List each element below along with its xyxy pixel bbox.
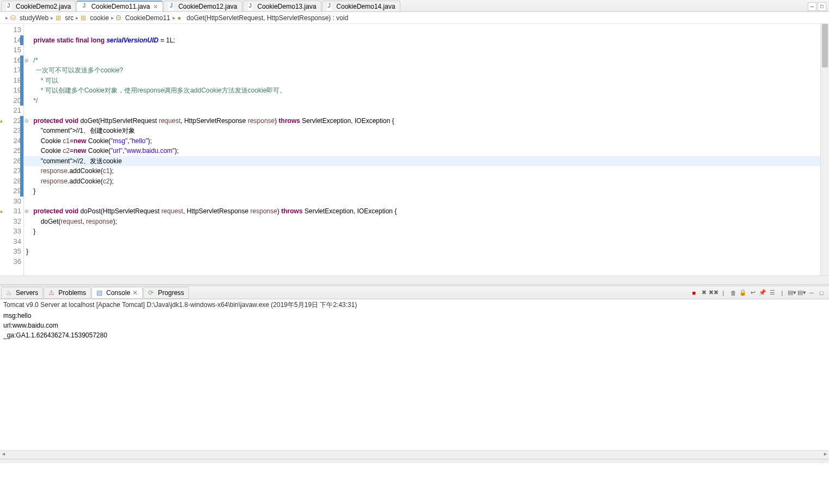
code-line[interactable] bbox=[24, 196, 820, 207]
line-number[interactable]: 20 bbox=[0, 96, 23, 106]
scrollbar-thumb[interactable] bbox=[822, 24, 828, 67]
new-console-button[interactable]: ▤▾ bbox=[797, 288, 806, 297]
code-line[interactable] bbox=[24, 237, 820, 247]
remove-launch-button[interactable]: ✖ bbox=[699, 288, 708, 297]
editor-tab-bar: CookieDemo2.java CookieDemo11.java ✕ Coo… bbox=[0, 0, 829, 12]
line-number[interactable]: 30 bbox=[0, 196, 23, 207]
fold-icon[interactable]: ⊖ bbox=[25, 206, 29, 217]
maximize-editor-button[interactable]: □ bbox=[818, 2, 826, 11]
maximize-view-button[interactable]: □ bbox=[817, 288, 826, 297]
code-line[interactable]: Cookie c1=new Cookie("msg","hello"); bbox=[24, 136, 820, 146]
resize-grip-icon[interactable]: ⋰ bbox=[821, 459, 828, 463]
code-line[interactable] bbox=[24, 45, 820, 56]
breadcrumb-package[interactable]: ⊞ cookie bbox=[81, 14, 109, 22]
code-line[interactable]: Cookie c2=new Cookie("url","www.baidu.co… bbox=[24, 146, 820, 156]
close-icon[interactable]: ✕ bbox=[153, 3, 158, 10]
code-line[interactable]: "comment">//2、发送cookie bbox=[24, 156, 820, 167]
source-folder-icon: ⊞ bbox=[56, 14, 63, 22]
breadcrumb-method[interactable]: ● doGet(HttpServletRequest, HttpServletR… bbox=[178, 14, 349, 22]
breadcrumb-source[interactable]: ⊞ src bbox=[56, 14, 74, 22]
tab-cookiedemo11[interactable]: CookieDemo11.java ✕ bbox=[76, 1, 163, 11]
line-number[interactable]: 28 bbox=[0, 176, 23, 187]
separator-icon: | bbox=[778, 288, 787, 297]
line-number[interactable]: 22⊖ bbox=[0, 116, 23, 126]
code-line[interactable] bbox=[24, 257, 820, 267]
line-number[interactable]: 19 bbox=[0, 85, 23, 96]
tab-cookiedemo12[interactable]: CookieDemo12.java bbox=[163, 1, 242, 11]
line-number[interactable]: 23 bbox=[0, 126, 23, 136]
separator-icon: | bbox=[719, 288, 728, 297]
close-icon[interactable]: ✕ bbox=[132, 289, 138, 297]
tab-console[interactable]: ▤ Console ✕ bbox=[92, 287, 143, 299]
remove-all-button[interactable]: ✖✖ bbox=[709, 288, 718, 297]
line-number[interactable]: 14 bbox=[0, 35, 23, 46]
tab-servers[interactable]: ♨ Servers bbox=[1, 287, 43, 299]
pin-button[interactable]: 📌 bbox=[758, 288, 767, 297]
code-line[interactable]: protected void doGet(HttpServletRequest … bbox=[24, 116, 820, 126]
tab-problems[interactable]: ⚠ Problems bbox=[44, 287, 91, 299]
line-number[interactable]: 31⊖ bbox=[0, 206, 23, 217]
console-line: _ga:GA1.1.626436274.1539057280 bbox=[3, 330, 826, 340]
code-line[interactable]: /* bbox=[24, 56, 820, 66]
line-number[interactable]: 15 bbox=[0, 45, 23, 56]
open-console-button[interactable]: ▤▾ bbox=[788, 288, 796, 297]
line-number[interactable]: 36 bbox=[0, 257, 23, 267]
scroll-lock-button[interactable]: 🔒 bbox=[739, 288, 747, 297]
line-number[interactable]: 35 bbox=[0, 247, 23, 257]
line-number[interactable]: 16⊖ bbox=[0, 56, 23, 66]
code-line[interactable]: * 可以 bbox=[24, 76, 820, 86]
line-number-gutter[interactable]: 13141516⊖171819202122⊖232425262728293031… bbox=[0, 24, 24, 275]
line-number[interactable]: 32 bbox=[0, 217, 23, 227]
code-line[interactable] bbox=[24, 106, 820, 116]
code-line[interactable]: doGet(request, response); bbox=[24, 217, 820, 227]
code-line[interactable]: "comment">//1、创建cookie对象 bbox=[24, 126, 820, 136]
console-horizontal-scrollbar[interactable] bbox=[0, 450, 829, 459]
code-line[interactable]: * 可以创建多个Cookie对象，使用response调用多次addCookie… bbox=[24, 85, 820, 96]
console-output[interactable]: msg:hellourl:www.baidu.com_ga:GA1.1.6264… bbox=[0, 311, 829, 450]
tab-progress[interactable]: ⟳ Progress bbox=[143, 287, 189, 299]
line-number[interactable]: 25 bbox=[0, 146, 23, 156]
code-line[interactable]: 一次可不可以发送多个cookie? bbox=[24, 65, 820, 76]
console-line: url:www.baidu.com bbox=[3, 321, 826, 330]
line-number[interactable]: 33 bbox=[0, 226, 23, 237]
vertical-scrollbar[interactable] bbox=[820, 24, 829, 275]
fold-icon[interactable]: ⊖ bbox=[25, 116, 29, 126]
horizontal-scrollbar[interactable] bbox=[0, 275, 829, 284]
fold-icon[interactable]: ⊖ bbox=[25, 56, 29, 66]
line-number[interactable]: 13 bbox=[0, 25, 23, 35]
breadcrumb-project[interactable]: ⛁ studyWeb bbox=[10, 14, 48, 22]
line-number[interactable]: 26 bbox=[0, 156, 23, 167]
word-wrap-button[interactable]: ↩ bbox=[748, 288, 757, 297]
code-line[interactable]: response.addCookie(c2); bbox=[24, 176, 820, 187]
line-number[interactable]: 18 bbox=[0, 76, 23, 86]
line-number[interactable]: 24 bbox=[0, 136, 23, 146]
project-icon: ⛁ bbox=[10, 14, 18, 22]
code-line[interactable] bbox=[24, 25, 820, 35]
clear-button[interactable]: 🗑 bbox=[729, 288, 737, 297]
tab-label: CookieDemo13.java bbox=[258, 3, 316, 10]
code-line[interactable]: } bbox=[24, 186, 820, 196]
display-selected-button[interactable]: ☰ bbox=[768, 288, 777, 297]
servers-icon: ♨ bbox=[6, 289, 14, 297]
breadcrumb-class[interactable]: Θ CookieDemo11 bbox=[116, 14, 170, 22]
code-line[interactable]: response.addCookie(c1); bbox=[24, 166, 820, 176]
code-line[interactable]: private static final long serialVersionU… bbox=[24, 35, 820, 46]
tab-cookiedemo2[interactable]: CookieDemo2.java bbox=[1, 1, 76, 11]
minimize-editor-button[interactable]: ─ bbox=[808, 2, 816, 11]
tab-label: CookieDemo11.java bbox=[91, 3, 150, 10]
code-line[interactable]: } bbox=[24, 226, 820, 237]
code-editor[interactable]: private static final long serialVersionU… bbox=[24, 24, 820, 275]
tab-cookiedemo13[interactable]: CookieDemo13.java bbox=[243, 1, 321, 11]
line-number[interactable]: 34 bbox=[0, 237, 23, 247]
code-line[interactable]: */ bbox=[24, 96, 820, 106]
problems-icon: ⚠ bbox=[48, 289, 56, 297]
line-number[interactable]: 17 bbox=[0, 65, 23, 76]
tab-cookiedemo14[interactable]: CookieDemo14.java bbox=[322, 1, 400, 11]
line-number[interactable]: 27 bbox=[0, 166, 23, 176]
line-number[interactable]: 21 bbox=[0, 106, 23, 116]
terminate-button[interactable]: ■ bbox=[690, 288, 698, 297]
minimize-view-button[interactable]: ─ bbox=[807, 288, 816, 297]
line-number[interactable]: 29 bbox=[0, 186, 23, 196]
code-line[interactable]: } bbox=[24, 247, 820, 257]
code-line[interactable]: protected void doPost(HttpServletRequest… bbox=[24, 206, 820, 217]
